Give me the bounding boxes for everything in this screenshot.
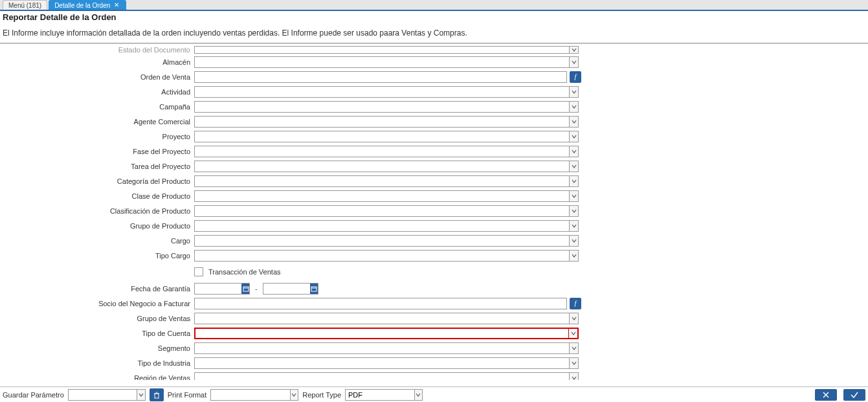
form-scroll-area[interactable]: Estado del Documento Almacén — [0, 43, 868, 380]
input-segmento[interactable] — [195, 343, 569, 353]
chevron-down-icon[interactable] — [290, 390, 298, 400]
combo-tipo-cargo[interactable] — [194, 250, 579, 262]
combo-clase-producto[interactable] — [194, 190, 579, 202]
input-orden-venta[interactable] — [195, 72, 566, 82]
calendar-icon[interactable] — [310, 284, 318, 294]
chevron-down-icon[interactable] — [569, 191, 578, 201]
chevron-down-icon[interactable] — [569, 206, 578, 216]
input-tipo-cargo[interactable] — [195, 251, 569, 261]
combo-categoria-producto[interactable] — [194, 175, 579, 187]
label-cargo: Cargo — [0, 237, 194, 245]
close-tab-icon[interactable]: ✕ — [113, 2, 120, 8]
input-categoria-producto[interactable] — [195, 176, 569, 186]
chevron-down-icon[interactable] — [569, 146, 578, 157]
combo-almacen[interactable] — [194, 56, 579, 68]
combo-guardar-parametro[interactable] — [68, 389, 146, 401]
input-estado-documento[interactable] — [195, 47, 569, 53]
combo-tipo-industria[interactable] — [194, 357, 579, 369]
chevron-down-icon[interactable] — [414, 390, 423, 400]
chevron-down-icon[interactable] — [569, 131, 578, 142]
chevron-down-icon[interactable] — [137, 390, 145, 400]
chevron-down-icon[interactable] — [569, 57, 578, 67]
cancel-button[interactable] — [815, 389, 837, 401]
input-grupo-ventas[interactable] — [195, 313, 569, 324]
combo-tarea-proyecto[interactable] — [194, 161, 579, 172]
check-icon — [850, 392, 859, 398]
chevron-down-icon[interactable] — [569, 313, 578, 324]
chevron-down-icon[interactable] — [569, 176, 578, 186]
input-tipo-cuenta[interactable] — [195, 329, 568, 338]
chevron-down-icon[interactable] — [569, 221, 578, 231]
chevron-down-icon[interactable] — [569, 47, 578, 53]
input-almacen[interactable] — [195, 57, 569, 67]
input-agente-comercial[interactable] — [195, 117, 569, 127]
tab-detalle-orden[interactable]: Detalle de la Orden ✕ — [49, 0, 126, 10]
combo-grupo-producto[interactable] — [194, 220, 579, 232]
label-transaccion-ventas: Transacción de Ventas — [208, 268, 281, 276]
input-campana[interactable] — [195, 102, 569, 112]
combo-agente-comercial[interactable] — [194, 116, 579, 128]
label-tarea-proyecto: Tarea del Proyecto — [0, 162, 194, 170]
input-grupo-producto[interactable] — [195, 221, 569, 231]
input-region-ventas[interactable] — [195, 373, 569, 381]
combo-cargo[interactable] — [194, 235, 579, 247]
input-fecha-garantia-from[interactable] — [195, 284, 241, 294]
lookup-button-orden-venta[interactable]: f — [570, 71, 581, 83]
chevron-down-icon[interactable] — [569, 251, 578, 261]
delete-parametro-button[interactable] — [150, 388, 164, 401]
combo-report-type[interactable] — [345, 389, 423, 401]
tab-menu[interactable]: Menú (181) — [3, 0, 47, 10]
date-from-fecha-garantia[interactable] — [194, 283, 250, 295]
svg-rect-0 — [243, 287, 249, 291]
search-orden-venta[interactable] — [194, 71, 567, 83]
combo-region-ventas[interactable] — [194, 372, 579, 381]
input-report-type[interactable] — [346, 390, 414, 400]
label-socio-facturar: Socio del Negocio a Facturar — [0, 300, 194, 307]
combo-actividad[interactable] — [194, 86, 579, 98]
chevron-down-icon[interactable] — [569, 87, 578, 97]
input-fecha-garantia-to[interactable] — [263, 284, 310, 294]
combo-grupo-ventas[interactable] — [194, 313, 579, 324]
combo-estado-documento[interactable] — [194, 46, 579, 54]
chevron-down-icon[interactable] — [569, 343, 578, 353]
input-cargo[interactable] — [195, 236, 569, 246]
combo-proyecto[interactable] — [194, 131, 579, 142]
chevron-down-icon[interactable] — [569, 358, 578, 368]
calendar-icon[interactable] — [241, 284, 249, 294]
combo-segmento[interactable] — [194, 342, 579, 354]
input-print-format[interactable] — [211, 390, 289, 400]
chevron-down-icon[interactable] — [569, 161, 578, 172]
input-socio-facturar[interactable] — [195, 298, 566, 309]
input-proyecto[interactable] — [195, 131, 569, 142]
confirm-button[interactable] — [843, 389, 865, 401]
label-tipo-cargo: Tipo Cargo — [0, 252, 194, 260]
input-clase-producto[interactable] — [195, 191, 569, 201]
input-actividad[interactable] — [195, 87, 569, 97]
tab-bar: Menú (181) Detalle de la Orden ✕ — [0, 0, 868, 11]
input-guardar-parametro[interactable] — [69, 390, 137, 400]
label-orden-venta: Orden de Venta — [0, 73, 194, 81]
chevron-down-icon[interactable] — [569, 373, 578, 381]
checkbox-transaccion-ventas[interactable] — [194, 267, 203, 276]
lookup-icon: f — [575, 73, 577, 80]
chevron-down-icon[interactable] — [569, 102, 578, 112]
lookup-icon: f — [575, 300, 577, 307]
chevron-down-icon[interactable] — [568, 329, 577, 338]
search-socio-facturar[interactable] — [194, 298, 567, 309]
combo-fase-proyecto[interactable] — [194, 146, 579, 157]
combo-print-format[interactable] — [210, 389, 298, 401]
chevron-down-icon[interactable] — [569, 117, 578, 127]
label-proyecto: Proyecto — [0, 133, 194, 140]
chevron-down-icon[interactable] — [569, 236, 578, 246]
combo-clasificacion-producto[interactable] — [194, 205, 579, 217]
date-to-fecha-garantia[interactable] — [263, 283, 318, 295]
input-fase-proyecto[interactable] — [195, 146, 569, 157]
combo-campana[interactable] — [194, 101, 579, 113]
page-header: Reportar Detalle de la Orden — [0, 11, 868, 22]
input-tipo-industria[interactable] — [195, 358, 569, 368]
lookup-button-socio-facturar[interactable]: f — [570, 298, 581, 309]
label-estado-documento: Estado del Documento — [0, 46, 194, 54]
input-tarea-proyecto[interactable] — [195, 161, 569, 172]
combo-tipo-cuenta[interactable] — [194, 328, 579, 339]
input-clasificacion-producto[interactable] — [195, 206, 569, 216]
